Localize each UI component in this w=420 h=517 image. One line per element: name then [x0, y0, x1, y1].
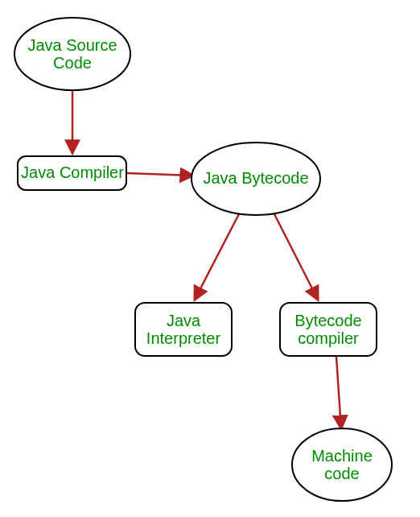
node-bytecode-compiler-label1: Bytecode: [294, 312, 361, 329]
edges-group: [72, 86, 341, 428]
node-java-compiler-label: Java Compiler: [21, 163, 124, 181]
node-java-interpreter: Java Interpreter: [135, 303, 232, 356]
node-java-interpreter-label1: Java: [167, 312, 201, 329]
edge-bcompiler-to-machine: [336, 357, 341, 428]
edge-bytecode-to-interpreter: [195, 209, 241, 300]
node-machine-code-label2: code: [324, 465, 359, 482]
node-java-compiler: Java Compiler: [18, 156, 126, 190]
node-java-bytecode: Java Bytecode: [191, 143, 320, 215]
edge-bytecode-to-bcompiler: [272, 209, 318, 300]
node-java-interpreter-label2: Interpreter: [146, 329, 221, 347]
node-java-bytecode-label: Java Bytecode: [203, 169, 308, 187]
edge-compiler-to-bytecode: [127, 173, 193, 176]
node-java-source-code: Java Source Code: [14, 18, 130, 90]
node-bytecode-compiler: Bytecode compiler: [280, 303, 377, 356]
node-bytecode-compiler-label2: compiler: [298, 329, 359, 347]
node-machine-code-label1: Machine: [311, 447, 373, 465]
node-java-source-code-label1: Java Source: [27, 36, 117, 54]
node-machine-code: Machine code: [292, 428, 392, 501]
node-java-source-code-label2: Code: [53, 54, 92, 72]
java-compilation-diagram: Java Source Code Java Compiler Java Byte…: [0, 0, 420, 517]
